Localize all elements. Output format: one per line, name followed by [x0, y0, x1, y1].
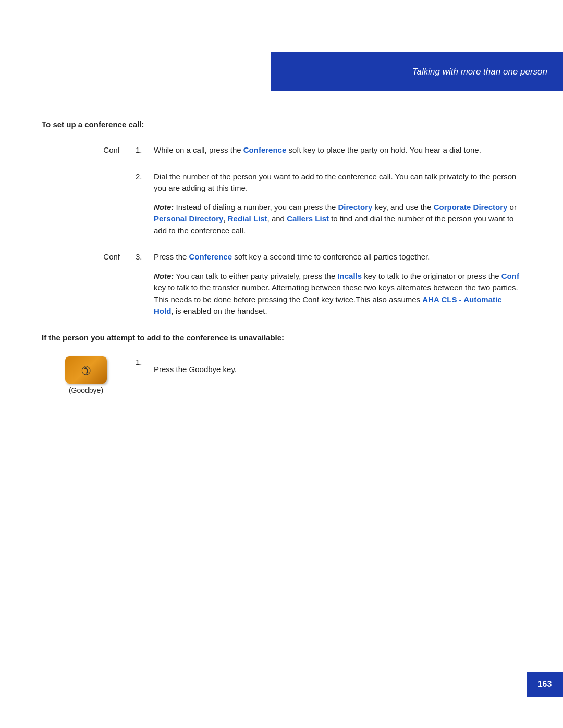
incalls-link: Incalls — [337, 272, 362, 280]
step2-note: Note: Instead of dialing a number, you c… — [154, 202, 521, 237]
goodbye-image-col: ✆ (Goodbye) — [42, 356, 136, 394]
goodbye-button-image: ✆ — [65, 356, 107, 384]
page-number-box: 163 — [527, 672, 563, 697]
note-bold-3: Note: — [154, 272, 174, 280]
goodbye-row: ✆ (Goodbye) 1. Press the Goodbye key. — [42, 356, 521, 394]
conf-link: Conf — [501, 272, 519, 280]
goodbye-step-number: 1. — [136, 356, 154, 366]
step-number-1: 1. — [136, 144, 154, 154]
redial-list-link: Redial List — [228, 214, 267, 223]
step-content-1: While on a call, press the Conference so… — [154, 144, 521, 156]
header-banner: Talking with more than one person — [271, 52, 563, 91]
corporate-directory-link: Corporate Directory — [434, 203, 508, 212]
step-content-3: Press the Conference soft key a second t… — [154, 251, 521, 317]
step-label-3: Conf — [42, 251, 136, 261]
step-row-3: Conf 3. Press the Conference soft key a … — [42, 251, 521, 317]
header-title: Talking with more than one person — [412, 67, 547, 77]
step3-note: Note: You can talk to either party priva… — [154, 270, 521, 317]
step-number-3: 3. — [136, 251, 154, 261]
goodbye-label: (Goodbye) — [69, 386, 103, 394]
section2-heading: If the person you attempt to add to the … — [42, 333, 521, 342]
page-container: Talking with more than one person To set… — [0, 0, 563, 728]
step-number-2: 2. — [136, 171, 154, 181]
directory-link: Directory — [338, 203, 373, 212]
main-content: To set up a conference call: Conf 1. Whi… — [42, 120, 521, 400]
phone-icon: ✆ — [78, 362, 94, 378]
step-label-2 — [42, 171, 136, 172]
conference-link-2: Conference — [189, 252, 232, 261]
step-content-2: Dial the number of the person you want t… — [154, 171, 521, 237]
goodbye-link: Goodbye — [189, 365, 221, 374]
step-row-1: Conf 1. While on a call, press the Confe… — [42, 144, 521, 156]
callers-list-link: Callers List — [287, 214, 329, 223]
conference-link-1: Conference — [243, 145, 287, 154]
goodbye-step-content: Press the Goodbye key. — [154, 356, 521, 376]
page-number: 163 — [538, 680, 552, 689]
aha-cls-link: AHA CLS - Automatic Hold — [154, 295, 502, 316]
step-label-1: Conf — [42, 144, 136, 154]
note-bold-2: Note: — [154, 203, 174, 212]
section1-heading: To set up a conference call: — [42, 120, 521, 129]
personal-directory-link: Personal Directory — [154, 214, 223, 223]
step-row-2: 2. Dial the number of the person you wan… — [42, 171, 521, 237]
